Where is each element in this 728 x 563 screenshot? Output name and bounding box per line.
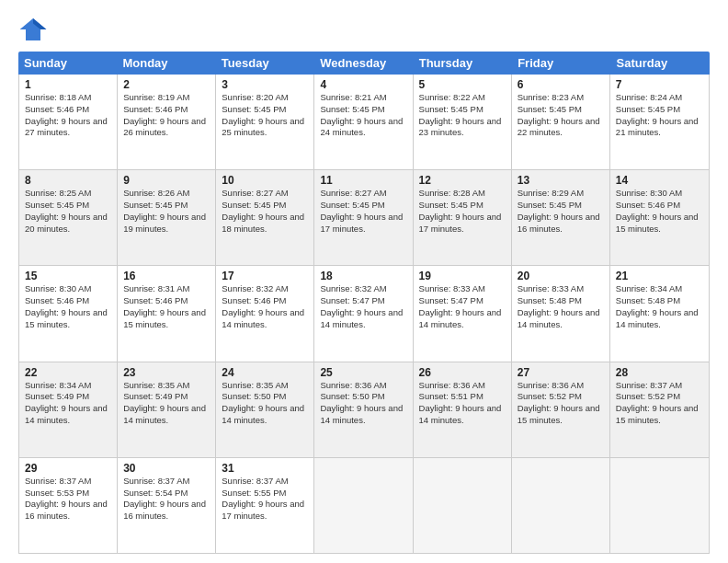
calendar-header: SundayMondayTuesdayWednesdayThursdayFrid… [18, 52, 710, 75]
calendar-cell-25: 25Sunrise: 8:36 AM Sunset: 5:50 PM Dayli… [314, 362, 413, 457]
cell-info: Sunrise: 8:37 AM Sunset: 5:52 PM Dayligh… [616, 380, 699, 425]
cell-info: Sunrise: 8:26 AM Sunset: 5:45 PM Dayligh… [123, 188, 206, 233]
cell-info: Sunrise: 8:36 AM Sunset: 5:52 PM Dayligh… [518, 380, 600, 425]
cell-info: Sunrise: 8:37 AM Sunset: 5:54 PM Dayligh… [123, 476, 206, 521]
header-day-sunday: Sunday [18, 52, 117, 75]
cell-info: Sunrise: 8:33 AM Sunset: 5:47 PM Dayligh… [419, 283, 502, 328]
cell-info: Sunrise: 8:27 AM Sunset: 5:45 PM Dayligh… [320, 188, 403, 233]
calendar-cell-5: 5Sunrise: 8:22 AM Sunset: 5:45 PM Daylig… [414, 75, 512, 169]
day-number: 7 [616, 78, 703, 91]
day-number: 1 [25, 78, 111, 91]
day-number: 4 [320, 78, 406, 91]
day-number: 24 [222, 366, 308, 379]
cell-info: Sunrise: 8:32 AM Sunset: 5:46 PM Dayligh… [222, 283, 304, 328]
cell-info: Sunrise: 8:34 AM Sunset: 5:48 PM Dayligh… [616, 283, 699, 328]
calendar-row-2: 8Sunrise: 8:25 AM Sunset: 5:45 PM Daylig… [19, 170, 709, 266]
header-day-tuesday: Tuesday [216, 52, 314, 75]
calendar-cell-17: 17Sunrise: 8:32 AM Sunset: 5:46 PM Dayli… [216, 266, 314, 361]
cell-info: Sunrise: 8:30 AM Sunset: 5:46 PM Dayligh… [616, 188, 699, 233]
cell-info: Sunrise: 8:35 AM Sunset: 5:50 PM Dayligh… [222, 380, 304, 425]
calendar-cell-7: 7Sunrise: 8:24 AM Sunset: 5:45 PM Daylig… [610, 75, 709, 169]
day-number: 3 [222, 78, 308, 91]
day-number: 6 [518, 78, 604, 91]
cell-info: Sunrise: 8:32 AM Sunset: 5:47 PM Dayligh… [320, 283, 403, 328]
calendar-cell-6: 6Sunrise: 8:23 AM Sunset: 5:45 PM Daylig… [512, 75, 610, 169]
cell-info: Sunrise: 8:35 AM Sunset: 5:49 PM Dayligh… [123, 380, 206, 425]
header-day-thursday: Thursday [414, 52, 512, 75]
cell-info: Sunrise: 8:31 AM Sunset: 5:46 PM Dayligh… [123, 283, 206, 328]
day-number: 9 [123, 174, 210, 187]
calendar-cell-12: 12Sunrise: 8:28 AM Sunset: 5:45 PM Dayli… [414, 170, 512, 265]
cell-info: Sunrise: 8:20 AM Sunset: 5:45 PM Dayligh… [222, 92, 304, 137]
cell-info: Sunrise: 8:18 AM Sunset: 5:46 PM Dayligh… [25, 92, 108, 137]
calendar-row-1: 1Sunrise: 8:18 AM Sunset: 5:46 PM Daylig… [19, 75, 709, 170]
day-number: 30 [123, 462, 210, 475]
day-number: 17 [222, 270, 308, 282]
cell-info: Sunrise: 8:33 AM Sunset: 5:48 PM Dayligh… [518, 283, 600, 328]
cell-info: Sunrise: 8:28 AM Sunset: 5:45 PM Dayligh… [419, 188, 502, 233]
cell-info: Sunrise: 8:37 AM Sunset: 5:55 PM Dayligh… [222, 476, 304, 521]
calendar-cell-27: 27Sunrise: 8:36 AM Sunset: 5:52 PM Dayli… [512, 362, 610, 457]
calendar-cell-3: 3Sunrise: 8:20 AM Sunset: 5:45 PM Daylig… [216, 75, 314, 169]
calendar-cell-20: 20Sunrise: 8:33 AM Sunset: 5:48 PM Dayli… [512, 266, 610, 361]
cell-info: Sunrise: 8:25 AM Sunset: 5:45 PM Dayligh… [25, 188, 108, 233]
day-number: 19 [419, 270, 506, 282]
calendar-cell-18: 18Sunrise: 8:32 AM Sunset: 5:47 PM Dayli… [314, 266, 413, 361]
calendar-cell-empty-4-3 [314, 458, 413, 553]
cell-info: Sunrise: 8:19 AM Sunset: 5:46 PM Dayligh… [123, 92, 206, 137]
cell-info: Sunrise: 8:27 AM Sunset: 5:45 PM Dayligh… [222, 188, 304, 233]
calendar-cell-28: 28Sunrise: 8:37 AM Sunset: 5:52 PM Dayli… [610, 362, 709, 457]
calendar-row-4: 22Sunrise: 8:34 AM Sunset: 5:49 PM Dayli… [19, 362, 709, 458]
calendar-cell-11: 11Sunrise: 8:27 AM Sunset: 5:45 PM Dayli… [314, 170, 413, 265]
calendar-cell-22: 22Sunrise: 8:34 AM Sunset: 5:49 PM Dayli… [19, 362, 118, 457]
calendar-cell-8: 8Sunrise: 8:25 AM Sunset: 5:45 PM Daylig… [19, 170, 118, 265]
calendar-cell-13: 13Sunrise: 8:29 AM Sunset: 5:45 PM Dayli… [512, 170, 610, 265]
day-number: 25 [320, 366, 406, 379]
cell-info: Sunrise: 8:23 AM Sunset: 5:45 PM Dayligh… [518, 92, 600, 137]
cell-info: Sunrise: 8:22 AM Sunset: 5:45 PM Dayligh… [419, 92, 502, 137]
header [18, 15, 710, 44]
calendar-cell-23: 23Sunrise: 8:35 AM Sunset: 5:49 PM Dayli… [118, 362, 216, 457]
header-day-friday: Friday [512, 52, 610, 75]
day-number: 5 [419, 78, 506, 91]
calendar-cell-2: 2Sunrise: 8:19 AM Sunset: 5:46 PM Daylig… [118, 75, 216, 169]
cell-info: Sunrise: 8:30 AM Sunset: 5:46 PM Dayligh… [25, 283, 108, 328]
header-day-wednesday: Wednesday [314, 52, 413, 75]
day-number: 18 [320, 270, 406, 282]
cell-info: Sunrise: 8:21 AM Sunset: 5:45 PM Dayligh… [320, 92, 403, 137]
header-day-saturday: Saturday [611, 52, 710, 75]
calendar-row-3: 15Sunrise: 8:30 AM Sunset: 5:46 PM Dayli… [19, 266, 709, 362]
cell-info: Sunrise: 8:24 AM Sunset: 5:45 PM Dayligh… [616, 92, 699, 137]
calendar-cell-empty-4-5 [512, 458, 610, 553]
calendar-cell-19: 19Sunrise: 8:33 AM Sunset: 5:47 PM Dayli… [414, 266, 512, 361]
day-number: 12 [419, 174, 506, 187]
day-number: 13 [518, 174, 604, 187]
day-number: 23 [123, 366, 210, 379]
header-day-monday: Monday [117, 52, 215, 75]
day-number: 26 [419, 366, 506, 379]
day-number: 22 [25, 366, 111, 379]
calendar-cell-9: 9Sunrise: 8:26 AM Sunset: 5:45 PM Daylig… [118, 170, 216, 265]
calendar-cell-4: 4Sunrise: 8:21 AM Sunset: 5:45 PM Daylig… [314, 75, 413, 169]
day-number: 21 [616, 270, 703, 282]
calendar-cell-30: 30Sunrise: 8:37 AM Sunset: 5:54 PM Dayli… [118, 458, 216, 553]
page: SundayMondayTuesdayWednesdayThursdayFrid… [0, 0, 728, 563]
cell-info: Sunrise: 8:34 AM Sunset: 5:49 PM Dayligh… [25, 380, 108, 425]
calendar-cell-16: 16Sunrise: 8:31 AM Sunset: 5:46 PM Dayli… [118, 266, 216, 361]
day-number: 27 [518, 366, 604, 379]
day-number: 29 [25, 462, 111, 475]
calendar-cell-15: 15Sunrise: 8:30 AM Sunset: 5:46 PM Dayli… [19, 266, 118, 361]
day-number: 11 [320, 174, 406, 187]
logo [18, 15, 51, 44]
calendar-cell-29: 29Sunrise: 8:37 AM Sunset: 5:53 PM Dayli… [19, 458, 118, 553]
calendar-cell-31: 31Sunrise: 8:37 AM Sunset: 5:55 PM Dayli… [216, 458, 314, 553]
calendar-cell-24: 24Sunrise: 8:35 AM Sunset: 5:50 PM Dayli… [216, 362, 314, 457]
cell-info: Sunrise: 8:36 AM Sunset: 5:51 PM Dayligh… [419, 380, 502, 425]
day-number: 2 [123, 78, 210, 91]
calendar-cell-26: 26Sunrise: 8:36 AM Sunset: 5:51 PM Dayli… [414, 362, 512, 457]
day-number: 14 [616, 174, 703, 187]
calendar-cell-10: 10Sunrise: 8:27 AM Sunset: 5:45 PM Dayli… [216, 170, 314, 265]
calendar-cell-empty-4-6 [610, 458, 709, 553]
day-number: 28 [616, 366, 703, 379]
logo-icon [18, 15, 48, 44]
